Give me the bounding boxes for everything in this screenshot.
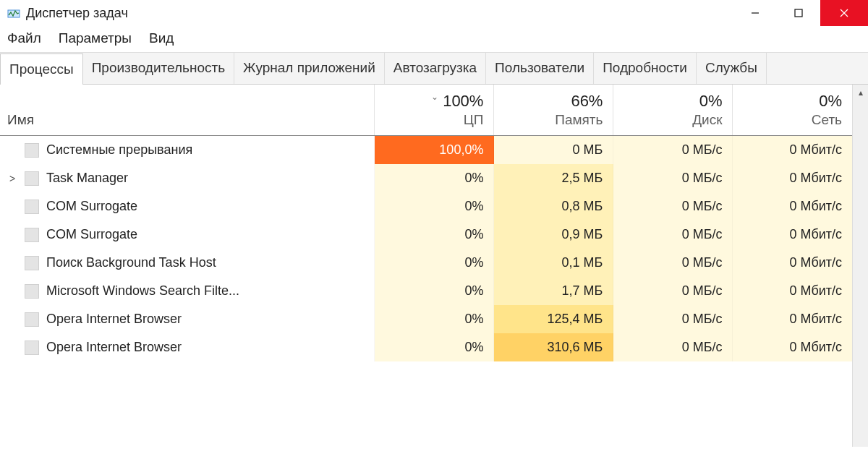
svg-rect-2 [795, 9, 802, 17]
scroll-up-icon[interactable]: ▴ [853, 85, 868, 100]
process-name-cell[interactable]: >Task Manager [0, 164, 375, 192]
disk-cell: 0 МБ/с [613, 192, 733, 220]
process-row[interactable]: Opera Internet Browser0%310,6 МБ0 МБ/с0 … [0, 333, 852, 361]
network-label: Сеть [812, 112, 842, 127]
process-icon [25, 228, 39, 242]
sort-indicator-icon: ⌄ [431, 92, 438, 102]
tab-3[interactable]: Автозагрузка [385, 53, 486, 84]
network-percent: 0% [739, 92, 842, 111]
process-name: Поиск Background Task Host [46, 255, 216, 270]
column-header-name[interactable]: Имя [0, 85, 375, 136]
tab-2[interactable]: Журнал приложений [234, 53, 385, 84]
disk-cell: 0 МБ/с [613, 305, 733, 333]
tab-5[interactable]: Подробности [594, 53, 697, 84]
process-row[interactable]: COM Surrogate0%0,8 МБ0 МБ/с0 Мбит/с [0, 192, 852, 220]
network-cell: 0 Мбит/с [733, 192, 852, 220]
expand-icon[interactable]: > [7, 173, 17, 184]
column-header-network[interactable]: 0% Сеть [733, 85, 852, 136]
process-icon [25, 312, 39, 327]
cpu-cell: 0% [375, 164, 494, 192]
process-row[interactable]: Поиск Background Task Host0%0,1 МБ0 МБ/с… [0, 249, 852, 277]
memory-cell: 0,8 МБ [494, 192, 613, 220]
network-cell: 0 Мбит/с [733, 277, 852, 305]
process-name-cell[interactable]: COM Surrogate [0, 220, 375, 249]
menu-file[interactable]: Файл [7, 30, 41, 46]
disk-cell: 0 МБ/с [613, 277, 733, 305]
process-row[interactable]: Microsoft Windows Search Filte...0%1,7 М… [0, 277, 852, 305]
memory-percent: 66% [500, 92, 603, 111]
disk-cell: 0 МБ/с [613, 164, 733, 192]
close-button[interactable] [820, 0, 868, 26]
maximize-button[interactable] [777, 0, 820, 26]
menu-options[interactable]: Параметры [59, 30, 132, 46]
process-name: Opera Internet Browser [46, 340, 182, 355]
process-name-cell[interactable]: COM Surrogate [0, 192, 375, 220]
process-name-cell[interactable]: Microsoft Windows Search Filte... [0, 277, 375, 305]
disk-cell: 0 МБ/с [613, 249, 733, 277]
disk-cell: 0 МБ/с [613, 136, 733, 165]
process-name: Системные прерывания [46, 142, 192, 158]
cpu-cell: 0% [375, 305, 494, 333]
process-icon [25, 200, 39, 214]
window-title: Диспетчер задач [26, 6, 128, 21]
vertical-scrollbar[interactable]: ▴ [852, 85, 868, 447]
tab-0[interactable]: Процессы [0, 53, 83, 85]
tab-1[interactable]: Производительность [83, 53, 234, 84]
cpu-cell: 0% [375, 249, 494, 277]
process-icon [25, 256, 39, 270]
minimize-button[interactable] [733, 0, 777, 26]
process-row[interactable]: Системные прерывания100,0%0 МБ0 МБ/с0 Мб… [0, 136, 852, 165]
network-cell: 0 Мбит/с [733, 164, 852, 192]
process-name: COM Surrogate [46, 227, 137, 242]
memory-cell: 125,4 МБ [494, 305, 613, 333]
network-cell: 0 Мбит/с [733, 220, 852, 249]
column-header-name-label: Имя [7, 112, 34, 127]
tab-4[interactable]: Пользователи [486, 53, 594, 84]
network-cell: 0 Мбит/с [733, 136, 852, 165]
memory-label: Память [555, 112, 603, 127]
process-icon [25, 340, 39, 355]
process-row[interactable]: COM Surrogate0%0,9 МБ0 МБ/с0 Мбит/с [0, 220, 852, 249]
cpu-cell: 0% [375, 220, 494, 249]
process-icon [25, 284, 39, 299]
task-manager-icon [7, 7, 20, 20]
column-header-cpu[interactable]: ⌄100% ЦП [375, 85, 494, 136]
cpu-cell: 0% [375, 333, 494, 361]
memory-cell: 2,5 МБ [494, 164, 613, 192]
process-name-cell[interactable]: Поиск Background Task Host [0, 249, 375, 277]
memory-cell: 1,7 МБ [494, 277, 613, 305]
cpu-cell: 100,0% [375, 136, 494, 165]
process-name: Task Manager [46, 171, 128, 186]
process-icon [25, 171, 39, 186]
process-name-cell[interactable]: Opera Internet Browser [0, 305, 375, 333]
memory-cell: 0 МБ [494, 136, 613, 165]
memory-cell: 310,6 МБ [494, 333, 613, 361]
process-row[interactable]: Opera Internet Browser0%125,4 МБ0 МБ/с0 … [0, 305, 852, 333]
network-cell: 0 Мбит/с [733, 249, 852, 277]
process-name: Opera Internet Browser [46, 312, 182, 327]
process-name: COM Surrogate [46, 199, 137, 214]
process-name-cell[interactable]: Opera Internet Browser [0, 333, 375, 361]
disk-cell: 0 МБ/с [613, 333, 733, 361]
tab-6[interactable]: Службы [697, 53, 767, 84]
network-cell: 0 Мбит/с [733, 305, 852, 333]
menu-view[interactable]: Вид [149, 30, 174, 46]
process-row[interactable]: >Task Manager0%2,5 МБ0 МБ/с0 Мбит/с [0, 164, 852, 192]
network-cell: 0 Мбит/с [733, 333, 852, 361]
process-name: Microsoft Windows Search Filte... [46, 283, 239, 299]
process-name-cell[interactable]: Системные прерывания [0, 136, 375, 165]
column-header-disk[interactable]: 0% Диск [613, 85, 733, 136]
column-header-memory[interactable]: 66% Память [494, 85, 613, 136]
cpu-cell: 0% [375, 192, 494, 220]
memory-cell: 0,9 МБ [494, 220, 613, 249]
process-icon [25, 143, 39, 158]
disk-cell: 0 МБ/с [613, 220, 733, 249]
disk-label: Диск [692, 112, 722, 127]
disk-percent: 0% [619, 92, 722, 111]
memory-cell: 0,1 МБ [494, 249, 613, 277]
cpu-cell: 0% [375, 277, 494, 305]
cpu-label: ЦП [464, 112, 484, 127]
cpu-percent: 100% [443, 92, 483, 110]
